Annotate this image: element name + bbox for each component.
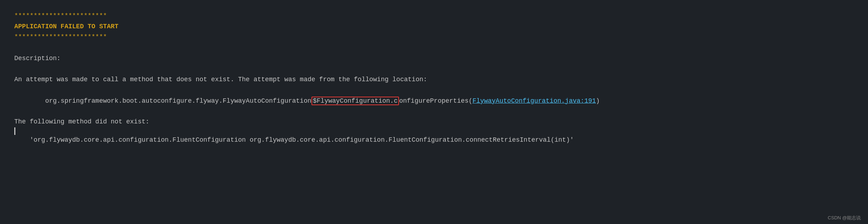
class-link[interactable]: FlywayAutoConfiguration.java:191 xyxy=(473,97,596,104)
empty-line-3 xyxy=(14,85,854,96)
empty-line-1 xyxy=(14,43,854,53)
empty-line-2 xyxy=(14,64,854,74)
cursor-line xyxy=(14,127,854,135)
stars-bottom: ************************ xyxy=(14,32,854,43)
error-message: An attempt was made to call a method tha… xyxy=(14,74,854,85)
class-end: ) xyxy=(596,97,600,104)
class-prefix: org.springframework.boot.autoconfigure.f… xyxy=(30,97,311,104)
empty-line-4 xyxy=(14,106,854,117)
watermark: CSDN @能志说 xyxy=(828,215,861,221)
method-quoted: 'org.flywaydb.core.api.configuration.Flu… xyxy=(14,135,854,146)
terminal-output: ************************ APPLICATION FAI… xyxy=(0,0,868,156)
app-failed-title: APPLICATION FAILED TO START xyxy=(14,21,854,32)
following-method-label: The following method did not exist: xyxy=(14,117,854,127)
description-label: Description: xyxy=(14,53,854,64)
class-location-line: org.springframework.boot.autoconfigure.f… xyxy=(14,96,854,106)
stars-top: ************************ xyxy=(14,11,854,21)
cursor xyxy=(14,127,15,135)
highlighted-class-segment: $FlywayConfiguration.c xyxy=(311,97,399,105)
class-suffix: onfigureProperties( xyxy=(399,97,472,104)
